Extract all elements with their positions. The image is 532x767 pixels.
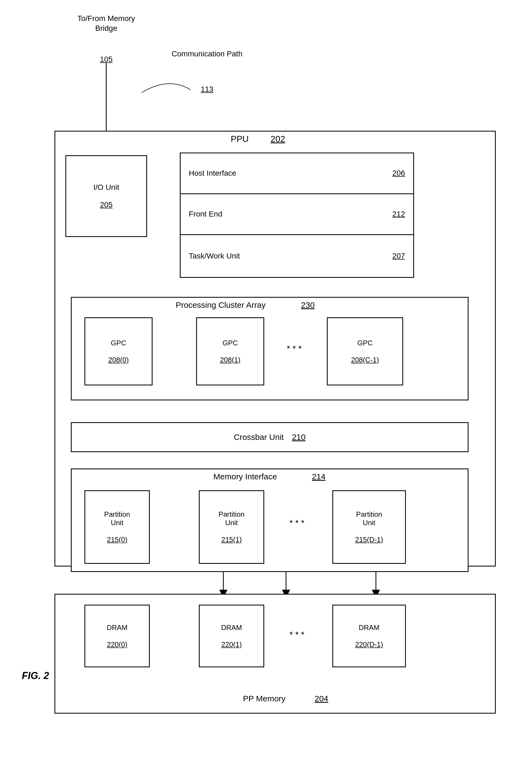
crossbar-num: 210 (292, 433, 306, 442)
mem-iface-num: 214 (302, 471, 335, 482)
pca-label: Processing Cluster Array (153, 300, 289, 310)
pp-mem-label: PP Memory (223, 693, 305, 704)
host-iface-label: Host Interface (189, 169, 236, 178)
to-from-label: To/From Memory Bridge (65, 14, 147, 34)
crossbar-label: Crossbar Unit (234, 433, 284, 442)
dram-dots: * * * (278, 629, 316, 641)
host-iface-num: 206 (392, 169, 405, 178)
gpcN-box: GPC 208(C-1) (327, 317, 403, 385)
io-unit-box: I/O Unit 205 (65, 155, 147, 237)
ppu-num: 202 (262, 133, 294, 145)
gpc0-box: GPC 208(0) (84, 317, 153, 385)
task-work-label: Task/Work Unit (189, 252, 240, 260)
front-end-label: Front End (189, 210, 222, 218)
diagram-container: To/From Memory Bridge 105 Communication … (0, 0, 532, 767)
crossbar-box: Crossbar Unit 210 (71, 422, 469, 452)
comm-path-label: Communication Path (169, 49, 245, 59)
partN-box: Partition Unit 215(D-1) (332, 490, 406, 564)
task-work-box: Task/Work Unit 207 (181, 235, 413, 277)
part0-box: Partition Unit 215(0) (84, 490, 150, 564)
to-from-num: 105 (93, 54, 120, 64)
part-dots: * * * (278, 518, 316, 529)
host-interface-box: Host Interface 206 (181, 153, 413, 194)
ppu-label: PPU (212, 133, 267, 145)
fig-label: FIG. 2 (22, 670, 49, 681)
part1-box: Partition Unit 215(1) (199, 490, 264, 564)
dram1-box: DRAM 220(1) (199, 605, 264, 667)
front-end-box: Front End 212 (181, 194, 413, 235)
pp-mem-num: 204 (308, 693, 335, 704)
mem-iface-label: Memory Interface (191, 471, 300, 482)
task-work-num: 207 (392, 252, 405, 260)
gpc-dots: * * * (275, 343, 313, 355)
pca-num: 230 (291, 300, 324, 310)
gpc1-box: GPC 208(1) (196, 317, 264, 385)
dram0-box: DRAM 220(0) (84, 605, 150, 667)
comm-path-num: 113 (185, 84, 229, 94)
dramN-box: DRAM 220(D-1) (332, 605, 406, 667)
front-end-num: 212 (392, 210, 405, 218)
host-group-box: Host Interface 206 Front End 212 Task/Wo… (180, 153, 414, 278)
